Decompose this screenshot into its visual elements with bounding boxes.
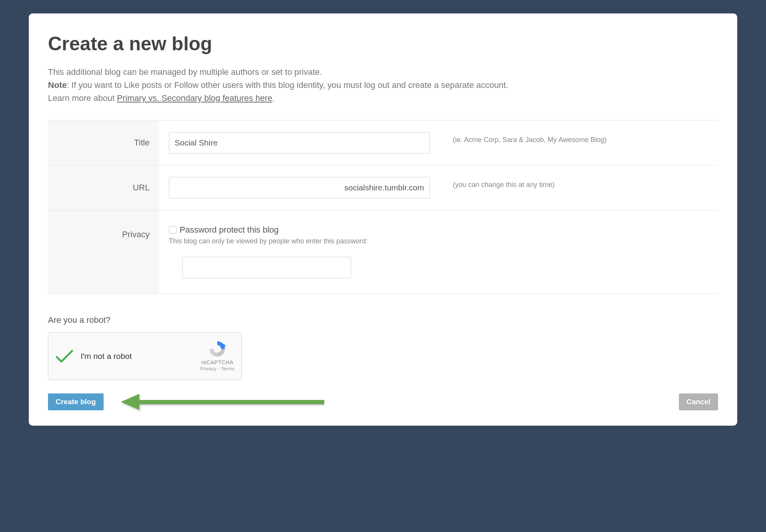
privacy-description: This blog can only be viewed by people w… (169, 237, 708, 245)
url-input[interactable] (169, 177, 430, 198)
recaptcha-privacy-terms[interactable]: Privacy - Terms (200, 366, 234, 372)
learn-more-link[interactable]: Primary vs. Secondary blog features here (117, 93, 272, 103)
recaptcha-brand: reCAPTCHA Privacy - Terms (200, 340, 234, 372)
cancel-button[interactable]: Cancel (679, 393, 718, 410)
privacy-checkbox-label: Password protect this blog (180, 225, 279, 235)
privacy-label: Privacy (48, 210, 159, 294)
form-table: Title (ie. Acme Corp, Sara & Jacob, My A… (48, 120, 718, 294)
title-label: Title (48, 121, 159, 165)
learn-suffix: . (272, 93, 275, 103)
robot-question: Are you a robot? (48, 315, 718, 325)
svg-rect-1 (136, 400, 324, 404)
privacy-checkbox-line[interactable]: Password protect this blog (169, 225, 708, 235)
note-label: Note (48, 80, 67, 90)
arrow-annotation-icon (121, 392, 324, 411)
url-label: URL (48, 165, 159, 210)
button-row: Create blog Cancel (48, 393, 718, 410)
intro-line1: This additional blog can be managed by m… (48, 66, 718, 79)
url-row: URL (you can change this at any time) (48, 165, 718, 210)
robot-section: Are you a robot? I'm not a robot reCAPTC… (48, 315, 718, 380)
intro-text: This additional blog can be managed by m… (48, 66, 718, 105)
recaptcha-widget[interactable]: I'm not a robot reCAPTCHA Privacy - Term… (48, 332, 242, 380)
recaptcha-brand-text: reCAPTCHA (200, 359, 234, 366)
url-hint: (you can change this at any time) (453, 177, 555, 190)
recaptcha-logo-icon (208, 340, 226, 358)
page-title: Create a new blog (48, 33, 718, 55)
create-blog-button[interactable]: Create blog (48, 393, 104, 410)
svg-marker-2 (121, 394, 139, 410)
privacy-row: Privacy Password protect this blog This … (48, 210, 718, 294)
privacy-password-input[interactable] (182, 257, 351, 278)
title-hint: (ie. Acme Corp, Sara & Jacob, My Awesome… (453, 132, 607, 145)
recaptcha-label: I'm not a robot (81, 352, 200, 361)
note-text: : If you want to Like posts or Follow ot… (67, 80, 508, 90)
title-row: Title (ie. Acme Corp, Sara & Jacob, My A… (48, 121, 718, 165)
create-blog-card: Create a new blog This additional blog c… (29, 13, 737, 426)
intro-learn: Learn more about Primary vs. Secondary b… (48, 92, 718, 105)
intro-note: Note: If you want to Like posts or Follo… (48, 79, 718, 92)
checkmark-icon (55, 349, 74, 364)
learn-prefix: Learn more about (48, 93, 117, 103)
privacy-checkbox[interactable] (169, 226, 177, 234)
title-input[interactable] (169, 132, 430, 154)
